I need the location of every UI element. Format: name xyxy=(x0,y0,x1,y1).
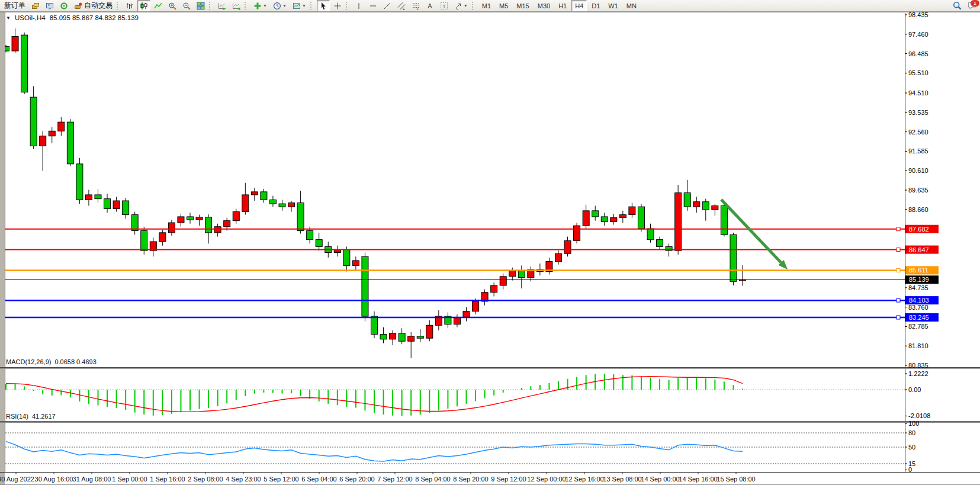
price-tick-label: 88.660 xyxy=(908,206,928,213)
candlestick-chart-icon[interactable] xyxy=(137,0,150,11)
tf-mn-button[interactable]: MN xyxy=(623,0,640,11)
rsi-scale-label: 50 xyxy=(908,444,915,451)
candle-body xyxy=(104,199,111,209)
text-tool[interactable]: A xyxy=(423,0,436,11)
chart-shift-icon[interactable] xyxy=(230,0,243,11)
auto-scroll-icon[interactable] xyxy=(216,0,229,11)
shapes-tool[interactable]: ▼ xyxy=(452,0,470,11)
ohlc-values: 85.095 85.867 84.832 85.139 xyxy=(50,14,139,21)
line-handle[interactable] xyxy=(897,248,900,252)
label-tool[interactable]: T xyxy=(438,0,451,11)
periods-button[interactable]: ▼ xyxy=(271,0,289,11)
tf-m1-button[interactable]: M1 xyxy=(478,0,494,11)
candle-body xyxy=(178,217,184,223)
chart-collapse-icon[interactable]: ▼ xyxy=(6,15,11,21)
time-tick-label: 8 Sep 04:00 xyxy=(415,476,450,483)
price-tick-label: 94.510 xyxy=(908,89,928,97)
rsi-value: 41.2617 xyxy=(32,413,56,420)
new-order-button[interactable]: 新订单 xyxy=(2,0,28,11)
indicators-button[interactable]: ▼ xyxy=(251,0,269,11)
candle-body xyxy=(159,233,166,242)
time-tick-label: 6 Sep 20:00 xyxy=(339,476,374,483)
fibonacci-tool[interactable]: F xyxy=(409,0,422,11)
tf-m30-button[interactable]: M30 xyxy=(534,0,554,11)
market-watch-icon[interactable] xyxy=(29,0,42,11)
candle-body xyxy=(583,211,589,226)
time-tick-label: 2 Sep 08:00 xyxy=(188,476,223,483)
mql5-community-icon[interactable] xyxy=(57,0,70,11)
strategy-tester-icon[interactable] xyxy=(43,0,56,11)
line-glyph xyxy=(154,2,162,10)
chevron-down-icon[interactable]: ▼ xyxy=(464,4,468,8)
time-tick-label: 30 Aug 16:00 xyxy=(35,476,73,483)
tf-h4-button[interactable]: H4 xyxy=(571,0,587,11)
line-handle[interactable] xyxy=(897,316,900,319)
zoom-out-icon[interactable] xyxy=(180,0,193,11)
toolbar-separator xyxy=(209,2,214,10)
candle-body xyxy=(564,240,571,253)
candle-body xyxy=(205,217,212,233)
rsi-name: RSI(14) xyxy=(6,413,28,420)
tf-d1-button[interactable]: D1 xyxy=(588,0,603,11)
candle-body xyxy=(362,256,368,316)
line-handle[interactable] xyxy=(897,268,900,272)
toolbar-separator xyxy=(245,2,249,10)
tf-w1-button[interactable]: W1 xyxy=(605,0,622,11)
tf-m5-button[interactable]: M5 xyxy=(496,0,512,11)
price-tick-label: 81.810 xyxy=(908,342,928,349)
candle-body xyxy=(242,195,249,212)
candle-body xyxy=(352,261,359,265)
price-tick-label: 95.510 xyxy=(908,69,928,76)
crosshair-glyph xyxy=(333,2,342,10)
crosshair-tool[interactable] xyxy=(331,0,344,11)
cursor-tool[interactable] xyxy=(317,0,330,11)
templates-button[interactable]: ▼ xyxy=(290,0,309,11)
time-tick-label: 6 Sep 04:00 xyxy=(301,476,336,483)
tf-m15-button[interactable]: M15 xyxy=(513,0,532,11)
zoom-in-icon[interactable] xyxy=(166,0,179,11)
macd-name: MACD(12,26,9) xyxy=(6,358,51,365)
badge-price-text: 84.103 xyxy=(909,297,929,304)
chevron-down-icon[interactable]: ▼ xyxy=(282,4,287,8)
channel-tool[interactable]: E xyxy=(395,0,408,11)
candle-body xyxy=(67,122,73,164)
bars-glyph xyxy=(126,2,134,10)
rsi-scale-label: 0 xyxy=(908,466,912,473)
time-tick-label: 9 Sep 12:00 xyxy=(491,476,526,483)
candle-body xyxy=(40,136,46,146)
candle-body xyxy=(49,131,55,136)
tile-windows-icon[interactable] xyxy=(194,0,207,11)
candle-body xyxy=(251,192,258,195)
window-left-edge xyxy=(0,12,5,485)
line-handle[interactable] xyxy=(897,227,900,231)
trendline-tool[interactable] xyxy=(381,0,394,11)
chevron-down-icon[interactable]: ▼ xyxy=(263,4,267,8)
horizontal-line-tool[interactable] xyxy=(367,0,380,11)
line-handle[interactable] xyxy=(897,298,900,302)
notifications-icon[interactable]: 1 xyxy=(965,0,979,11)
time-tick-label: 31 Aug 08:00 xyxy=(73,476,111,483)
candle-body xyxy=(343,249,350,265)
chart-shift-glyph xyxy=(232,2,240,10)
search-icon[interactable] xyxy=(950,0,964,11)
vline-glyph xyxy=(355,2,363,10)
bar-chart-icon[interactable] xyxy=(123,0,136,11)
candle-body xyxy=(730,235,737,281)
candle-body xyxy=(58,122,65,131)
svg-text:E: E xyxy=(403,7,405,10)
trend-glyph xyxy=(383,2,391,10)
chat-glyph: 1 xyxy=(968,1,977,10)
chevron-down-icon[interactable]: ▼ xyxy=(302,4,306,8)
symbol-period-label: USOil-,H4 xyxy=(15,14,46,21)
vertical-line-tool[interactable] xyxy=(352,0,365,11)
algo-trading-button[interactable]: 自动交易 xyxy=(72,0,115,11)
candle-body xyxy=(30,97,37,146)
candle-body xyxy=(657,240,663,247)
line-chart-icon[interactable] xyxy=(152,0,165,11)
candle-body xyxy=(684,193,690,207)
candle-body xyxy=(85,195,92,200)
labelT-glyph: T xyxy=(440,2,448,10)
price-tick-label: 92.560 xyxy=(908,129,928,136)
tf-h1-button[interactable]: H1 xyxy=(555,0,570,11)
candle-body xyxy=(261,192,267,200)
